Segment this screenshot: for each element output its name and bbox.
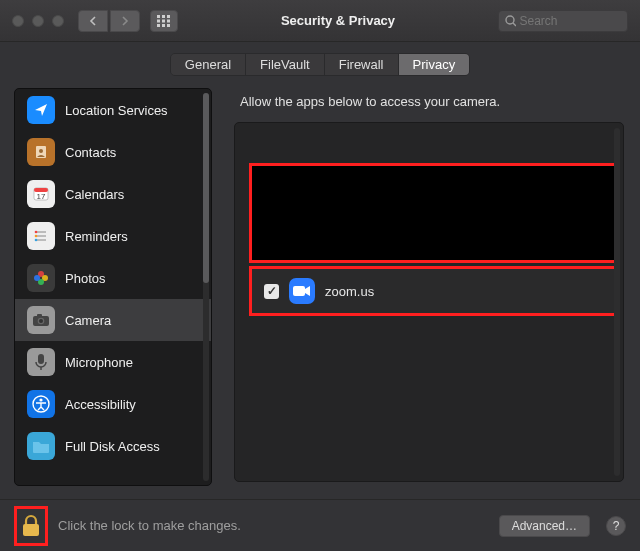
accessibility-icon xyxy=(27,390,55,418)
svg-line-10 xyxy=(513,23,516,26)
minimize-window[interactable] xyxy=(32,15,44,27)
svg-rect-0 xyxy=(157,15,160,18)
svg-rect-4 xyxy=(162,19,165,22)
highlight-redacted xyxy=(249,163,617,263)
sidebar-item-microphone[interactable]: Microphone xyxy=(15,341,211,383)
tab-privacy[interactable]: Privacy xyxy=(399,54,470,75)
advanced-button[interactable]: Advanced… xyxy=(499,515,590,537)
main-panel: Allow the apps below to access your came… xyxy=(224,88,626,486)
back-button[interactable] xyxy=(78,10,108,32)
search-field[interactable] xyxy=(498,10,628,32)
tab-general[interactable]: General xyxy=(171,54,246,75)
window-controls xyxy=(12,15,64,27)
lock-button[interactable] xyxy=(14,506,48,546)
sidebar-item-label: Full Disk Access xyxy=(65,439,160,454)
sidebar-item-label: Reminders xyxy=(65,229,128,244)
sidebar-item-accessibility[interactable]: Accessibility xyxy=(15,383,211,425)
svg-rect-1 xyxy=(162,15,165,18)
sidebar-item-label: Photos xyxy=(65,271,105,286)
zoom-app-icon xyxy=(289,278,315,304)
content: Location Services Contacts 17 Calendars … xyxy=(14,88,626,486)
svg-point-21 xyxy=(35,239,38,242)
search-input[interactable] xyxy=(520,14,622,28)
sidebar-item-camera[interactable]: Camera xyxy=(15,299,211,341)
svg-rect-35 xyxy=(23,524,39,536)
location-icon xyxy=(27,96,55,124)
sidebar-item-calendars[interactable]: 17 Calendars xyxy=(15,173,211,215)
microphone-icon xyxy=(27,348,55,376)
close-window[interactable] xyxy=(12,15,24,27)
svg-rect-27 xyxy=(37,314,42,317)
svg-rect-7 xyxy=(162,24,165,27)
sidebar-item-label: Calendars xyxy=(65,187,124,202)
chevron-left-icon xyxy=(89,16,97,26)
grid-icon xyxy=(157,15,171,27)
search-icon xyxy=(505,15,516,27)
svg-point-12 xyxy=(39,149,43,153)
svg-point-29 xyxy=(39,319,43,323)
instruction-text: Allow the apps below to access your came… xyxy=(224,88,626,121)
sidebar-scrollbar-thumb[interactable] xyxy=(203,93,209,283)
sidebar-item-location[interactable]: Location Services xyxy=(15,89,211,131)
forward-button[interactable] xyxy=(110,10,140,32)
tabs: General FileVault Firewall Privacy xyxy=(170,53,470,76)
zoom-window[interactable] xyxy=(52,15,64,27)
sidebar-item-label: Microphone xyxy=(65,355,133,370)
sidebar-item-photos[interactable]: Photos xyxy=(15,257,211,299)
applist-scrollbar[interactable] xyxy=(614,128,620,476)
help-button[interactable]: ? xyxy=(606,516,626,536)
svg-point-20 xyxy=(35,235,38,238)
sidebar-item-label: Accessibility xyxy=(65,397,136,412)
show-all-button[interactable] xyxy=(150,10,178,32)
titlebar: Security & Privacy xyxy=(0,0,640,42)
camera-icon xyxy=(27,306,55,334)
privacy-sidebar: Location Services Contacts 17 Calendars … xyxy=(14,88,212,486)
reminders-icon xyxy=(27,222,55,250)
sidebar-item-reminders[interactable]: Reminders xyxy=(15,215,211,257)
tab-firewall[interactable]: Firewall xyxy=(325,54,399,75)
svg-rect-6 xyxy=(157,24,160,27)
sidebar-item-label: Contacts xyxy=(65,145,116,160)
app-name: zoom.us xyxy=(325,284,374,299)
contacts-icon xyxy=(27,138,55,166)
svg-rect-30 xyxy=(38,354,44,364)
svg-rect-3 xyxy=(157,19,160,22)
app-list: ✓ zoom.us xyxy=(234,122,624,482)
svg-rect-5 xyxy=(167,19,170,22)
sidebar-item-fulldisk[interactable]: Full Disk Access xyxy=(15,425,211,467)
app-row-zoom[interactable]: ✓ zoom.us xyxy=(249,266,617,316)
sidebar-item-label: Location Services xyxy=(65,103,168,118)
svg-point-19 xyxy=(35,231,38,234)
tab-bar: General FileVault Firewall Privacy xyxy=(0,42,640,86)
chevron-right-icon xyxy=(121,16,129,26)
svg-point-9 xyxy=(506,16,514,24)
window-title: Security & Privacy xyxy=(186,13,490,28)
calendars-icon: 17 xyxy=(27,180,55,208)
app-checkbox[interactable]: ✓ xyxy=(264,284,279,299)
svg-point-25 xyxy=(34,275,40,281)
sidebar-item-contacts[interactable]: Contacts xyxy=(15,131,211,173)
svg-rect-2 xyxy=(167,15,170,18)
nav-group xyxy=(78,10,140,32)
svg-rect-8 xyxy=(167,24,170,27)
lock-hint: Click the lock to make changes. xyxy=(58,518,241,533)
photos-icon xyxy=(27,264,55,292)
svg-rect-34 xyxy=(293,286,305,296)
svg-text:17: 17 xyxy=(37,192,46,201)
svg-point-33 xyxy=(39,398,42,401)
sidebar-item-label: Camera xyxy=(65,313,111,328)
footer: Click the lock to make changes. Advanced… xyxy=(0,499,640,551)
lock-icon xyxy=(21,514,41,538)
tab-filevault[interactable]: FileVault xyxy=(246,54,325,75)
folder-icon xyxy=(27,432,55,460)
